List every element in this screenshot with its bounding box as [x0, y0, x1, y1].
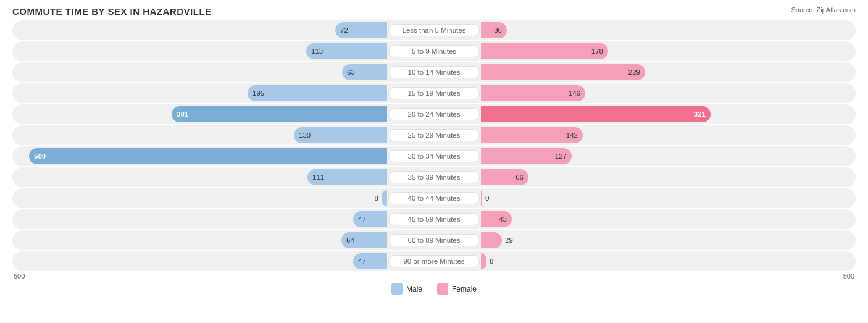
- bar-row: 64 60 to 89 Minutes 29: [12, 230, 856, 250]
- female-bar: [481, 253, 486, 269]
- center-label: 5 to 9 Minutes: [388, 45, 480, 57]
- center-label: 15 to 19 Minutes: [388, 87, 480, 99]
- female-bar: 36: [481, 22, 507, 38]
- female-bar: 142: [481, 127, 583, 143]
- axis-left: 500: [14, 272, 25, 280]
- bar-row: 195 15 to 19 Minutes 146: [12, 83, 856, 103]
- legend-female-box: [437, 283, 448, 295]
- center-label: Less than 5 Minutes: [388, 24, 480, 36]
- center-label: 25 to 29 Minutes: [388, 129, 480, 141]
- female-value: 321: [694, 111, 711, 118]
- male-value: 301: [172, 111, 188, 118]
- legend-male-box: [391, 283, 403, 295]
- male-bar: 301: [172, 106, 387, 122]
- center-label: 40 to 44 Minutes: [388, 192, 480, 204]
- legend-male-label: Male: [406, 285, 422, 293]
- bar-row: 113 5 to 9 Minutes 178: [12, 41, 856, 61]
- male-bar: 47: [353, 211, 387, 227]
- bar-row: 301 20 to 24 Minutes 321: [12, 104, 856, 124]
- male-bar: 64: [341, 232, 387, 248]
- bar-row: 500 30 to 34 Minutes 127: [12, 146, 856, 166]
- female-bar: 178: [481, 43, 608, 59]
- male-value: 72: [335, 27, 348, 34]
- source-label: Source: ZipAtlas.com: [791, 6, 856, 14]
- female-value: 142: [566, 132, 583, 139]
- chart-title: COMMUTE TIME BY SEX IN HAZARDVILLE: [12, 6, 856, 17]
- female-bar: 127: [481, 148, 572, 164]
- female-value: 127: [555, 153, 572, 160]
- bar-row: 47 45 to 59 Minutes 43: [12, 209, 856, 229]
- male-value-outside: 8: [375, 195, 378, 202]
- legend-male: Male: [391, 283, 422, 295]
- female-value: 66: [515, 174, 528, 181]
- female-value: 43: [499, 216, 512, 223]
- axis-labels: 500 500: [12, 272, 856, 280]
- female-bar: [481, 190, 482, 206]
- male-bar: 72: [335, 22, 387, 38]
- male-bar: 130: [294, 127, 387, 143]
- male-bar: 63: [342, 64, 387, 80]
- center-label: 35 to 39 Minutes: [388, 171, 480, 183]
- male-value: 47: [353, 216, 366, 223]
- female-value: 36: [494, 27, 507, 34]
- male-bar: 47: [353, 253, 387, 269]
- male-value: 130: [294, 132, 311, 139]
- female-value: 229: [628, 69, 645, 76]
- female-bar: 66: [481, 169, 528, 185]
- bars-area: 72 Less than 5 Minutes 36 113 5 to 9 Min…: [12, 20, 856, 271]
- female-value-outside: 29: [505, 237, 513, 244]
- female-value-outside: 8: [490, 258, 493, 265]
- male-value: 63: [342, 69, 355, 76]
- female-value: 146: [569, 90, 585, 97]
- bar-row: 130 25 to 29 Minutes 142: [12, 125, 856, 145]
- female-bar: 43: [481, 211, 512, 227]
- male-bar: 113: [306, 43, 387, 59]
- center-label: 90 or more Minutes: [388, 255, 480, 267]
- female-bar: 146: [481, 85, 585, 101]
- bar-row: 63 10 to 14 Minutes 229: [12, 62, 856, 82]
- male-value: 47: [353, 258, 366, 265]
- male-value: 195: [248, 90, 264, 97]
- male-value: 64: [341, 237, 354, 244]
- center-label: 45 to 59 Minutes: [388, 213, 480, 225]
- legend: Male Female: [12, 283, 856, 295]
- male-bar: [382, 190, 387, 206]
- male-value: 111: [307, 174, 324, 181]
- female-value: 178: [591, 48, 608, 55]
- bar-row: 8 40 to 44 Minutes 0: [12, 188, 856, 208]
- chart-container: COMMUTE TIME BY SEX IN HAZARDVILLE Sourc…: [0, 0, 868, 323]
- male-bar: 195: [248, 85, 387, 101]
- male-value: 500: [29, 153, 46, 160]
- bar-row: 111 35 to 39 Minutes 66: [12, 167, 856, 187]
- female-bar: [481, 232, 502, 248]
- female-bar: 321: [481, 106, 711, 122]
- center-label: 20 to 24 Minutes: [388, 108, 480, 120]
- female-value-outside: 0: [485, 195, 489, 202]
- bar-row: 72 Less than 5 Minutes 36: [12, 20, 856, 40]
- center-label: 10 to 14 Minutes: [388, 66, 480, 78]
- legend-female: Female: [437, 283, 477, 295]
- axis-right: 500: [843, 272, 854, 280]
- bar-row: 47 90 or more Minutes 8: [12, 251, 856, 271]
- female-bar: 229: [481, 64, 645, 80]
- center-label: 30 to 34 Minutes: [388, 150, 480, 162]
- male-bar: 500: [29, 148, 387, 164]
- center-label: 60 to 89 Minutes: [388, 234, 480, 246]
- legend-female-label: Female: [452, 285, 477, 293]
- male-value: 113: [306, 48, 323, 55]
- male-bar: 111: [307, 169, 387, 185]
